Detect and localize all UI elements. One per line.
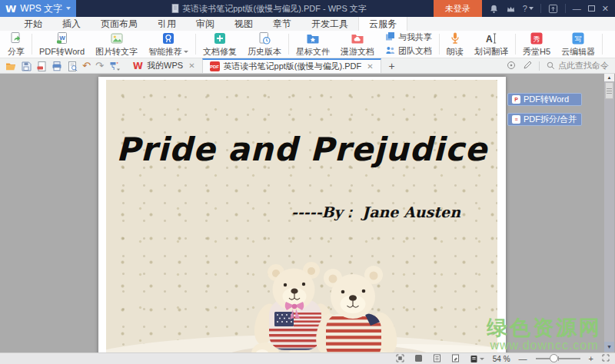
minimize-button[interactable]: —: [573, 4, 581, 13]
document-tab-bar: ↶ ↷ * W 我的WPS ✕ PDF 英语读书笔记ppt版(傲慢与偏见).PD…: [0, 58, 615, 74]
page-view-icon[interactable]: [433, 354, 441, 364]
undo-icon[interactable]: ↶: [82, 61, 91, 71]
zoom-out-button[interactable]: —: [519, 355, 527, 363]
microphone-icon: [448, 31, 462, 45]
tab-review[interactable]: 审阅: [186, 17, 224, 31]
chevron-down-icon: [529, 7, 534, 10]
wps-w-icon: W: [133, 61, 143, 71]
collapse-ribbon-icon[interactable]: [548, 4, 558, 14]
close-button[interactable]: ✕: [602, 4, 609, 14]
help-button[interactable]: ?: [523, 4, 534, 13]
format-painter-icon[interactable]: *: [108, 61, 121, 71]
svg-text:A: A: [486, 33, 493, 44]
team-docs-button[interactable]: 团队文档: [385, 45, 432, 57]
repair-plus-icon: [213, 31, 227, 45]
vertical-scrollbar[interactable]: ▲ ▼: [604, 74, 614, 352]
print-preview-icon[interactable]: [67, 61, 78, 71]
chevron-down-icon: [184, 51, 188, 53]
zoom-slider[interactable]: [536, 358, 580, 359]
pdf-tool-icon: P: [512, 95, 520, 104]
new-tab-button[interactable]: +: [381, 58, 403, 73]
fullscreen-icon[interactable]: [602, 354, 610, 363]
titlebar: 英语读书笔记ppt版(傲慢与偏见).PDF - WPS 文字 W WPS 文字 …: [0, 0, 615, 17]
divider: [439, 34, 440, 55]
doc-repair-button[interactable]: 文档修复: [198, 31, 242, 58]
tab-document-pdf[interactable]: PDF 英语读书笔记ppt版(傲慢与偏见).PDF ✕: [202, 58, 381, 73]
export-pdf-icon[interactable]: [36, 61, 47, 71]
login-button[interactable]: 未登录: [434, 0, 482, 17]
share-button[interactable]: 分享: [2, 31, 30, 58]
save-icon[interactable]: [21, 61, 32, 71]
tab-my-wps[interactable]: W 我的WPS ✕: [126, 58, 202, 73]
wps-logo: W: [5, 3, 16, 15]
print-icon[interactable]: [52, 61, 62, 71]
scrollbar-thumb[interactable]: [605, 82, 613, 99]
scroll-down-arrow[interactable]: ▼: [604, 342, 614, 352]
divider: [32, 34, 32, 55]
read-aloud-button[interactable]: 朗读: [441, 31, 469, 58]
tab-home[interactable]: 开始: [14, 17, 52, 31]
divider: [602, 34, 603, 55]
image-icon: [110, 31, 124, 45]
open-folder-icon[interactable]: [5, 61, 16, 71]
tab-view[interactable]: 视图: [224, 17, 263, 31]
pdf-split-icon: ≡: [512, 115, 520, 124]
command-search[interactable]: 点此查找命令: [547, 60, 609, 71]
translate-icon: A: [484, 31, 498, 45]
chevron-down-icon: [66, 7, 71, 10]
tab-section[interactable]: 章节: [263, 17, 301, 31]
redo-icon[interactable]: ↷: [95, 61, 104, 71]
smart-recommend-button[interactable]: 智能推荐: [143, 31, 194, 58]
teddy-bears-photo: [106, 247, 497, 352]
edit-pen-icon[interactable]: [523, 61, 532, 71]
xiu-badge-icon: 秀: [530, 31, 544, 45]
member-crown-icon[interactable]: [506, 4, 516, 13]
tab-cloud-services[interactable]: 云服务: [358, 17, 407, 31]
team-people-icon: [385, 45, 395, 57]
cloud-editor-button[interactable]: 写 云编辑器: [556, 31, 600, 58]
annotate-view-icon[interactable]: [451, 354, 460, 364]
roaming-docs-button[interactable]: 漫游文档: [335, 31, 380, 58]
history-version-button[interactable]: 历史版本: [242, 31, 287, 58]
assistant-icon[interactable]: [507, 61, 516, 71]
pdf-to-word-icon: W: [55, 31, 69, 45]
pdf-to-word-floating-button[interactable]: P PDF转Word: [507, 93, 582, 106]
full-screen-view-icon[interactable]: [414, 354, 423, 364]
image-to-text-button[interactable]: 图片转文字: [90, 31, 143, 58]
pdf-split-merge-floating-button[interactable]: ≡ PDF拆分/合并: [507, 113, 582, 126]
medal-icon: [161, 31, 175, 45]
fit-page-icon[interactable]: [396, 354, 404, 364]
starred-files-button[interactable]: 星标文件: [291, 31, 335, 58]
search-icon: [547, 61, 555, 70]
divider: [540, 4, 541, 13]
slide-title: Pride and Prejudice: [106, 131, 497, 168]
xiutang-h5-button[interactable]: 秀 秀堂H5: [517, 31, 556, 58]
zoom-slider-knob[interactable]: [550, 354, 558, 362]
window-title: 英语读书笔记ppt版(傲慢与偏见).PDF - WPS 文字: [115, 0, 423, 17]
tab-insert[interactable]: 插入: [52, 17, 91, 31]
pdf-page: Pride and Prejudice -----By： Jane Austen: [98, 77, 506, 352]
zoom-in-button[interactable]: +: [589, 355, 593, 363]
wps-menu-button[interactable]: W WPS 文字: [0, 0, 76, 17]
tab-references[interactable]: 引用: [148, 17, 186, 31]
page-options-button[interactable]: [470, 355, 484, 363]
quick-access-toolbar: ↶ ↷ *: [0, 58, 126, 73]
pdf-to-word-button[interactable]: W PDF转Word: [34, 31, 90, 58]
scroll-up-arrow[interactable]: ▲: [604, 74, 614, 81]
message-bell-icon[interactable]: [489, 4, 499, 14]
close-icon[interactable]: ✕: [188, 61, 194, 70]
shared-pages-icon: [385, 31, 395, 43]
status-bar: 54 % — +: [0, 352, 615, 364]
svg-text:秀: 秀: [534, 35, 540, 42]
zoom-percentage[interactable]: 54 %: [493, 355, 510, 363]
tab-page-layout[interactable]: 页面布局: [91, 17, 148, 31]
ribbon-tab-strip: 开始 插入 页面布局 引用 审阅 视图 章节 开发工具 云服务: [0, 17, 615, 31]
word-translate-button[interactable]: A 划词翻译: [469, 31, 514, 58]
divider: [565, 4, 566, 13]
close-icon[interactable]: ✕: [367, 62, 373, 71]
maximize-button[interactable]: [588, 5, 595, 12]
divider: [515, 34, 516, 55]
history-clock-icon: [258, 31, 271, 45]
shared-with-me-button[interactable]: 与我共享: [385, 31, 432, 43]
tab-developer[interactable]: 开发工具: [301, 17, 358, 31]
